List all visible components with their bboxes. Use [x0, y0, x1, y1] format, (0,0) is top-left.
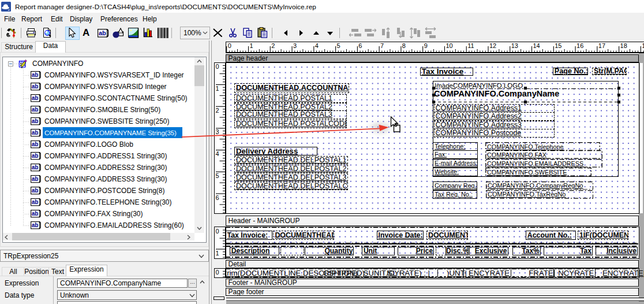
svg-text:4: 4 [314, 42, 318, 49]
svg-text:4: 4 [216, 150, 219, 157]
svg-text:6: 6 [358, 42, 362, 49]
svg-text:0: 0 [227, 42, 231, 49]
svg-text:ab: ab [32, 106, 39, 113]
svg-text:7: 7 [380, 42, 384, 49]
svg-text:1: 1 [249, 42, 253, 49]
svg-text:3: 3 [216, 128, 219, 135]
svg-text:19: 19 [642, 42, 644, 49]
svg-text:ab: ab [32, 210, 39, 217]
svg-text:5: 5 [216, 172, 219, 179]
svg-text:ab: ab [32, 141, 39, 147]
svg-text:8: 8 [402, 42, 405, 49]
svg-text:12: 12 [489, 42, 496, 49]
svg-text:6: 6 [216, 194, 219, 201]
svg-text:11: 11 [467, 42, 474, 49]
svg-text:ab: ab [32, 83, 39, 90]
svg-text:17: 17 [598, 42, 605, 49]
svg-text:ab: ab [32, 176, 39, 182]
svg-text:5: 5 [336, 42, 340, 49]
svg-text:18: 18 [620, 42, 627, 49]
svg-text:ab: ab [99, 29, 106, 36]
svg-text:13: 13 [511, 42, 518, 49]
svg-text:ab: ab [32, 187, 39, 194]
svg-text:ab: ab [32, 72, 39, 78]
svg-text:0: 0 [216, 269, 219, 276]
svg-text:1: 1 [216, 85, 219, 92]
svg-text:ab: ab [32, 199, 39, 205]
svg-text:2: 2 [271, 42, 275, 49]
svg-text:3: 3 [293, 42, 297, 49]
svg-text:16: 16 [576, 42, 583, 49]
svg-text:ab: ab [32, 153, 39, 159]
svg-text:1: 1 [216, 249, 219, 256]
svg-text:ab: ab [32, 118, 39, 124]
svg-text:15: 15 [555, 42, 561, 49]
svg-text:0: 0 [216, 63, 219, 70]
svg-text:9: 9 [424, 42, 427, 49]
svg-text:10: 10 [445, 42, 452, 49]
svg-text:2: 2 [216, 107, 219, 114]
svg-text:ab: ab [32, 164, 39, 170]
svg-text:ab: ab [32, 129, 39, 136]
svg-text:ab: ab [32, 222, 39, 228]
svg-text:ab: ab [32, 95, 39, 101]
svg-text:0: 0 [216, 227, 219, 234]
svg-text:14: 14 [533, 42, 540, 49]
